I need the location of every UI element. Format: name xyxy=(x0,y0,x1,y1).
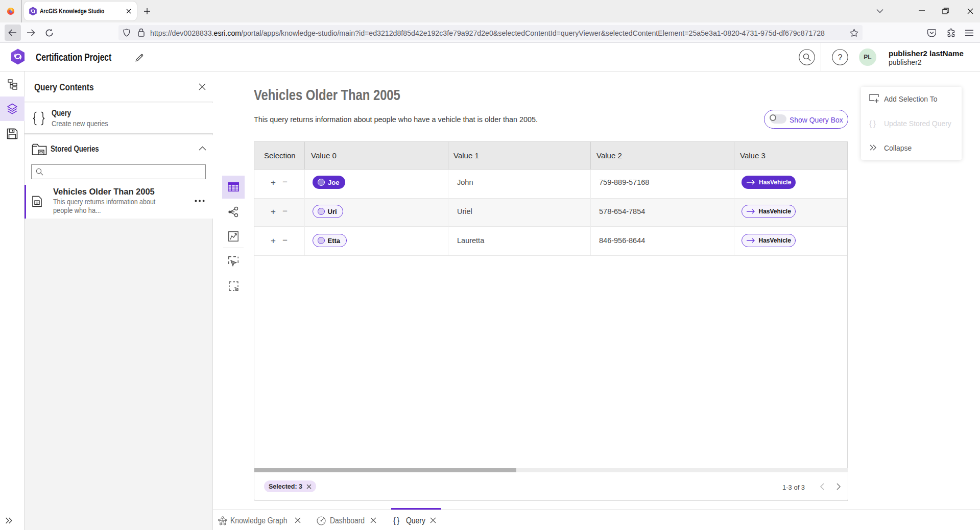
svg-text:?: ? xyxy=(838,53,843,62)
